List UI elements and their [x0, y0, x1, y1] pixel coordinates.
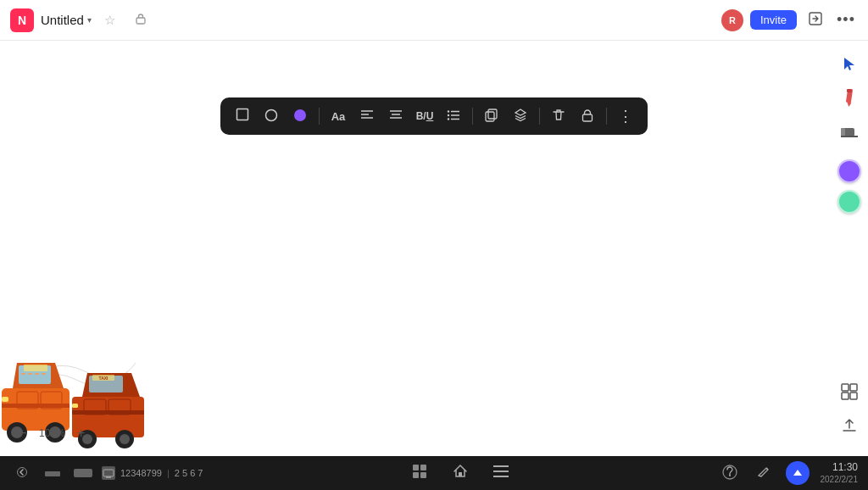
copy-icon	[485, 109, 498, 125]
grid-icon	[841, 383, 858, 404]
taskbar-grid-icon	[412, 464, 427, 482]
svg-rect-52	[842, 384, 849, 391]
taskbar-separator: |	[167, 468, 170, 478]
taskbar-menu-icon	[493, 465, 509, 481]
up-arrow-icon	[793, 466, 803, 480]
more-button[interactable]: •••	[834, 8, 858, 32]
svg-rect-32	[35, 373, 39, 375]
svg-rect-58	[74, 469, 92, 477]
taskbar-minus-button[interactable]	[41, 461, 64, 485]
tb-layers-button[interactable]	[507, 103, 534, 130]
tb-more-button[interactable]: ⋮	[612, 103, 639, 130]
align-center-icon	[389, 109, 403, 124]
svg-rect-65	[459, 472, 462, 476]
taskbar-back-button[interactable]	[10, 461, 34, 485]
svg-rect-42	[72, 404, 78, 408]
tb-bold-underline-button[interactable]: B/U	[411, 103, 438, 130]
canvas-area[interactable]: Aa B/U	[0, 41, 868, 456]
tb-rect-button[interactable]	[229, 103, 256, 130]
taskbar-rect-button[interactable]	[71, 461, 95, 485]
taskbar-menu-button[interactable]	[487, 459, 515, 487]
clock-date: 2022/2/21	[820, 474, 858, 485]
svg-rect-0	[136, 18, 145, 24]
taskbar-pencil-icon	[757, 465, 771, 482]
svg-rect-54	[842, 393, 849, 399]
svg-text:TAXI: TAXI	[98, 376, 108, 381]
delete-icon	[552, 109, 565, 125]
tb-list-button[interactable]	[440, 103, 467, 130]
text-icon: Aa	[331, 110, 346, 123]
title-chevron-icon[interactable]: ▾	[87, 15, 92, 25]
invite-button[interactable]: Invite	[750, 10, 797, 30]
tb-lock-button[interactable]	[574, 103, 601, 130]
taskbar-info: 12348799 | 2 5 6 7	[102, 466, 203, 480]
taskbar-pencil-button[interactable]	[752, 461, 776, 485]
svg-rect-34	[24, 365, 47, 371]
top-bar: N Untitled ▾ ☆ R Invite	[0, 0, 868, 41]
zoom-controls: − 100% +	[14, 424, 91, 443]
svg-rect-61	[413, 465, 419, 471]
right-sidebar	[831, 41, 868, 456]
select-icon	[841, 56, 858, 76]
svg-point-56	[18, 468, 27, 477]
taskbar-help-button[interactable]	[718, 461, 742, 485]
taskbar: 12348799 | 2 5 6 7	[0, 456, 868, 490]
lock-button[interactable]	[129, 8, 153, 32]
svg-point-41	[120, 434, 130, 444]
tb-delete-button[interactable]	[545, 103, 572, 130]
pen-tool[interactable]	[834, 85, 865, 115]
align-left-icon	[360, 109, 374, 124]
export-icon	[808, 11, 823, 30]
avatar: R	[721, 9, 743, 31]
taskbar-up-button[interactable]	[786, 461, 810, 485]
star-icon: ☆	[104, 13, 115, 28]
clock-time: 11:30	[820, 461, 858, 475]
back-icon	[17, 466, 27, 480]
purple-swatch-container	[837, 159, 861, 183]
svg-rect-33	[42, 373, 46, 375]
svg-rect-19	[583, 114, 593, 121]
svg-rect-53	[850, 384, 857, 391]
taskbar-home-icon	[453, 464, 468, 482]
eraser-tool[interactable]	[834, 119, 865, 149]
clock-display: 11:30 2022/2/21	[820, 461, 858, 486]
svg-rect-50	[841, 128, 845, 136]
lock2-icon	[581, 109, 593, 125]
star-button[interactable]: ☆	[98, 8, 122, 32]
tb-align-center-button[interactable]	[382, 103, 409, 130]
toolbar-divider-2	[472, 108, 473, 125]
svg-rect-31	[28, 373, 32, 375]
tb-filled-circle-button[interactable]	[287, 103, 314, 130]
svg-rect-64	[420, 472, 426, 478]
taskbar-home-button[interactable]	[447, 459, 474, 487]
eraser-icon	[840, 125, 859, 143]
top-bar-left: N Untitled ▾ ☆	[10, 8, 153, 32]
upload-tool[interactable]	[834, 412, 865, 443]
list-icon	[447, 109, 460, 124]
export-button[interactable]	[804, 8, 827, 32]
svg-rect-2	[237, 109, 248, 120]
tb-text-button[interactable]: Aa	[325, 103, 352, 130]
svg-point-13	[448, 114, 449, 115]
taskbar-grid-button[interactable]	[406, 459, 433, 487]
zoom-in-button[interactable]: +	[72, 424, 91, 443]
purple-color-swatch[interactable]	[837, 159, 861, 183]
floating-toolbar: Aa B/U	[220, 97, 648, 135]
pen-icon	[841, 89, 858, 111]
more-icon: •••	[837, 11, 855, 29]
zoom-out-button[interactable]: −	[14, 424, 32, 443]
svg-rect-57	[45, 471, 60, 476]
select-tool[interactable]	[834, 51, 865, 81]
taskbar-right: 11:30 2022/2/21	[718, 461, 858, 486]
title-group: Untitled ▾	[41, 13, 92, 27]
app-logo: N	[10, 8, 34, 32]
tb-circle-button[interactable]	[258, 103, 285, 130]
tb-copy-button[interactable]	[478, 103, 505, 130]
tb-align-left-button[interactable]	[353, 103, 381, 130]
svg-rect-63	[413, 472, 419, 478]
help-icon	[722, 465, 737, 482]
svg-point-4	[294, 109, 306, 121]
svg-point-3	[266, 109, 277, 120]
mint-color-swatch[interactable]	[837, 190, 861, 214]
grid-tool[interactable]	[834, 378, 865, 409]
